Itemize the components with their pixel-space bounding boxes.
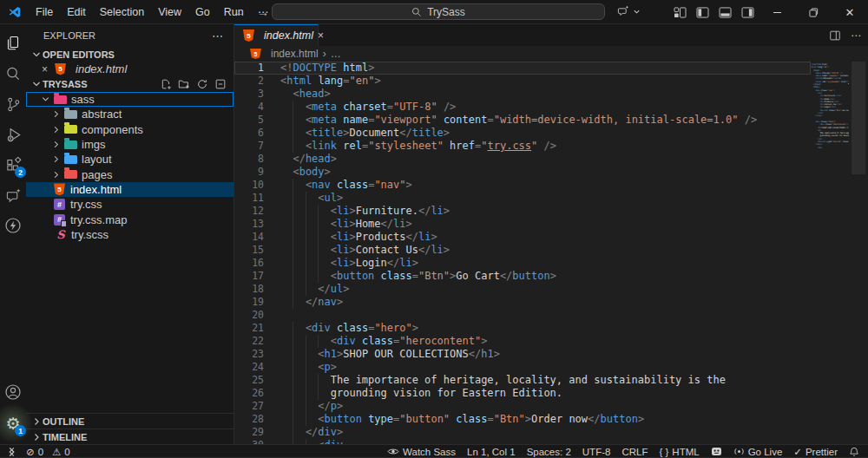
- code-editor[interactable]: 1234567891011121314151617181920212223242…: [234, 62, 868, 444]
- run-debug-icon[interactable]: [3, 124, 23, 145]
- code-line[interactable]: <p>: [280, 361, 811, 374]
- toggle-panel-icon[interactable]: [713, 0, 736, 24]
- close-editor-icon[interactable]: ×: [42, 63, 48, 75]
- errors-item[interactable]: ⊘0: [26, 446, 43, 458]
- search-view-icon[interactable]: [3, 63, 23, 84]
- editor-more-actions-icon[interactable]: ⋯: [851, 29, 861, 42]
- minimize-button[interactable]: [759, 0, 795, 24]
- code-line[interactable]: <meta name="viewport" content="width=dev…: [280, 114, 811, 127]
- tree-item-components[interactable]: components: [26, 122, 233, 137]
- watch-sass-button[interactable]: Watch Sass: [387, 447, 456, 457]
- code-line[interactable]: <button class="Btn">Go Cart</button>: [280, 270, 811, 283]
- command-search-box[interactable]: TrySass: [272, 3, 605, 20]
- code-line[interactable]: <li>Furniture.</li>: [280, 205, 811, 218]
- code-line[interactable]: <meta charset="UTF-8" />: [280, 101, 811, 114]
- toggle-primary-sidebar-icon[interactable]: [691, 0, 713, 24]
- menu-go[interactable]: Go: [188, 0, 217, 23]
- notifications-bell-icon[interactable]: [849, 447, 859, 457]
- code-line[interactable]: </div>: [280, 426, 811, 439]
- copilot-menu-button[interactable]: [616, 4, 641, 18]
- project-header[interactable]: TRYSASS: [26, 76, 233, 91]
- tree-item-sass[interactable]: sass: [26, 92, 233, 107]
- close-tab-icon[interactable]: ×: [318, 29, 324, 42]
- go-live-button[interactable]: Go Live: [733, 447, 783, 457]
- new-folder-icon[interactable]: [178, 78, 190, 90]
- menu-edit[interactable]: Edit: [60, 0, 93, 23]
- tab-index-html[interactable]: 5 index.html ×: [234, 24, 319, 46]
- menu-selection[interactable]: Selection: [93, 0, 151, 23]
- customize-layout-icon[interactable]: [668, 0, 691, 24]
- tree-item-pages[interactable]: pages: [26, 167, 233, 181]
- code-line[interactable]: <li>Login</li>: [280, 257, 811, 270]
- code-line[interactable]: <li>Home</li>: [280, 218, 811, 231]
- cursor-position[interactable]: Ln 1, Col 1: [467, 447, 516, 457]
- code-line[interactable]: <div class="herocontent">: [280, 335, 811, 348]
- encoding[interactable]: UTF-8: [582, 447, 611, 457]
- chevron-down-icon: [30, 77, 43, 91]
- back-button[interactable]: ←: [233, 5, 245, 19]
- new-file-icon[interactable]: [160, 78, 172, 90]
- code-line[interactable]: <!DOCTYPE html>: [280, 62, 811, 75]
- code-line[interactable]: <link rel="stylesheet" href="try.css" />: [280, 140, 811, 153]
- close-window-button[interactable]: ✕: [832, 0, 868, 24]
- code-line[interactable]: <h1>SHOP OUR COLLECTIONS</h1>: [280, 348, 811, 361]
- code-line[interactable]: </ul>: [280, 283, 811, 296]
- html-file-icon: 5: [54, 183, 65, 195]
- restore-button[interactable]: [795, 0, 832, 24]
- code-line[interactable]: <html lang="en">: [280, 75, 811, 88]
- chevron-down-icon: [39, 93, 52, 106]
- toggle-secondary-sidebar-icon[interactable]: [736, 0, 759, 24]
- accounts-icon[interactable]: [3, 382, 23, 402]
- code-line[interactable]: <div class="hero">: [280, 322, 811, 335]
- code-line[interactable]: </head>: [280, 153, 811, 166]
- code-line[interactable]: <title>Document</title>: [280, 127, 811, 140]
- tree-item-try.scss[interactable]: Stry.scss: [26, 227, 233, 242]
- remote-indicator[interactable]: [6, 447, 17, 457]
- code-line[interactable]: </nav>: [280, 296, 811, 309]
- scrollbar-thumb[interactable]: [852, 62, 865, 174]
- thunder-client-icon[interactable]: [3, 215, 23, 236]
- forward-button[interactable]: →: [257, 5, 269, 19]
- language-mode[interactable]: { }HTML: [659, 447, 699, 457]
- explorer-icon[interactable]: [3, 33, 23, 54]
- copilot-status-icon[interactable]: [711, 447, 722, 456]
- open-editor-index-html[interactable]: × 5 index.html: [26, 62, 233, 76]
- tree-item-abstract[interactable]: abstract: [26, 107, 233, 121]
- refresh-icon[interactable]: [196, 78, 208, 90]
- settings-gear-icon[interactable]: ⚙ 1: [3, 413, 23, 434]
- code-line[interactable]: grounding vision for Eastern Edition.: [280, 387, 811, 400]
- code-line[interactable]: <nav class="nav">: [280, 179, 811, 192]
- tree-item-layout[interactable]: layout: [26, 152, 233, 167]
- code-line[interactable]: <ul>: [280, 192, 811, 205]
- tree-item-try.css[interactable]: #try.css: [26, 197, 233, 212]
- code-line[interactable]: <head>: [280, 88, 811, 101]
- extensions-icon[interactable]: 2: [3, 154, 23, 175]
- indentation[interactable]: Spaces: 2: [527, 447, 571, 457]
- code-line[interactable]: The importance of heritage, locality, an…: [280, 374, 811, 387]
- tree-item-try.css.map[interactable]: #try.css.map: [26, 212, 233, 226]
- code-line[interactable]: <li>Products</li>: [280, 231, 811, 244]
- warnings-item[interactable]: ⚠0: [52, 446, 70, 458]
- chevron-down-icon: [30, 48, 43, 62]
- split-editor-icon[interactable]: [829, 29, 841, 42]
- outline-section[interactable]: OUTLINE: [26, 413, 233, 429]
- code-line[interactable]: [280, 309, 811, 322]
- tree-item-index.html[interactable]: 5index.html: [26, 182, 233, 197]
- menu-file[interactable]: File: [29, 0, 60, 23]
- chat-view-icon[interactable]: [3, 185, 23, 206]
- prettier-button[interactable]: ✓Prettier: [793, 446, 838, 458]
- open-editors-header[interactable]: OPEN EDITORS: [26, 47, 233, 62]
- timeline-section[interactable]: TIMELINE: [26, 429, 233, 444]
- menu-view[interactable]: View: [151, 0, 188, 23]
- minimap[interactable]: <!DOCTYPE html><html lang="en"> <head> <…: [811, 63, 849, 149]
- code-line[interactable]: <li>Contact Us</li>: [280, 244, 811, 257]
- source-control-icon[interactable]: [3, 94, 23, 114]
- eol-sequence[interactable]: CRLF: [621, 447, 648, 457]
- explorer-more-actions-icon[interactable]: ⋯: [212, 29, 223, 43]
- code-line[interactable]: <body>: [280, 166, 811, 179]
- collapse-folders-icon[interactable]: [214, 78, 227, 90]
- breadcrumb[interactable]: 5 index.html › …: [234, 46, 868, 62]
- code-line[interactable]: <button type="button" class="Btn">Order …: [280, 413, 811, 426]
- code-line[interactable]: </p>: [280, 400, 811, 413]
- tree-item-imgs[interactable]: imgs: [26, 137, 233, 152]
